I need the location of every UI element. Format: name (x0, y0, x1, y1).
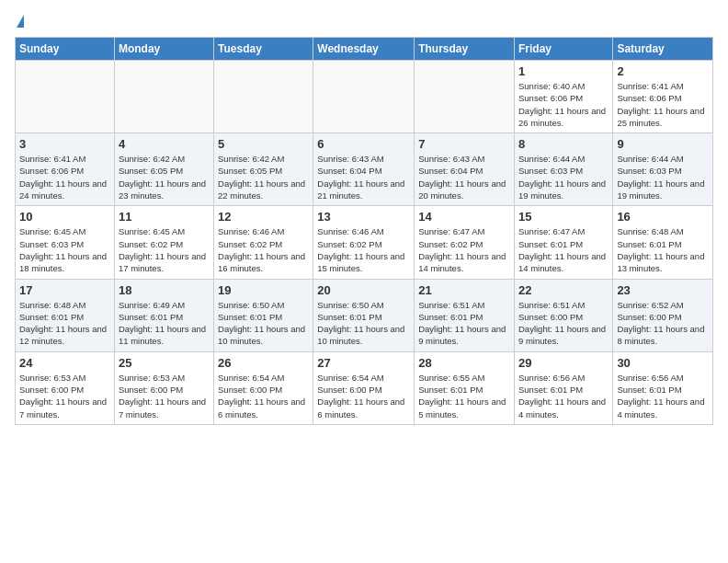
day-info: Sunrise: 6:43 AM Sunset: 6:04 PM Dayligh… (418, 153, 510, 201)
day-info: Sunrise: 6:47 AM Sunset: 6:02 PM Dayligh… (418, 225, 510, 274)
day-info: Sunrise: 6:46 AM Sunset: 6:02 PM Dayligh… (218, 225, 309, 274)
day-info: Sunrise: 6:40 AM Sunset: 6:06 PM Dayligh… (518, 80, 609, 129)
day-number: 1 (518, 64, 609, 78)
logo (15, 15, 24, 29)
day-number: 13 (317, 210, 410, 224)
calendar-cell: 30Sunrise: 6:56 AM Sunset: 6:01 PM Dayli… (613, 351, 713, 424)
day-number: 17 (19, 283, 110, 297)
calendar-cell: 9Sunrise: 6:44 AM Sunset: 6:03 PM Daylig… (613, 133, 713, 206)
calendar-cell: 14Sunrise: 6:47 AM Sunset: 6:02 PM Dayli… (415, 206, 515, 279)
calendar-header-sunday: Sunday (16, 38, 115, 61)
calendar-cell (313, 61, 415, 133)
calendar-cell: 4Sunrise: 6:42 AM Sunset: 6:05 PM Daylig… (114, 133, 213, 206)
day-info: Sunrise: 6:50 AM Sunset: 6:01 PM Dayligh… (218, 299, 309, 348)
day-info: Sunrise: 6:51 AM Sunset: 6:01 PM Dayligh… (418, 299, 510, 348)
day-number: 18 (119, 283, 210, 297)
day-info: Sunrise: 6:45 AM Sunset: 6:03 PM Dayligh… (19, 225, 110, 274)
calendar-cell: 27Sunrise: 6:54 AM Sunset: 6:00 PM Dayli… (313, 351, 415, 424)
calendar-header-thursday: Thursday (415, 38, 515, 61)
calendar-header-friday: Friday (514, 38, 612, 61)
day-info: Sunrise: 6:49 AM Sunset: 6:01 PM Dayligh… (119, 299, 210, 348)
day-number: 19 (218, 283, 309, 297)
calendar-header-wednesday: Wednesday (313, 38, 415, 61)
calendar-cell (114, 61, 213, 133)
day-info: Sunrise: 6:44 AM Sunset: 6:03 PM Dayligh… (518, 153, 609, 201)
calendar-cell: 19Sunrise: 6:50 AM Sunset: 6:01 PM Dayli… (214, 279, 313, 351)
day-info: Sunrise: 6:46 AM Sunset: 6:02 PM Dayligh… (317, 225, 410, 274)
day-info: Sunrise: 6:42 AM Sunset: 6:05 PM Dayligh… (218, 153, 309, 201)
day-info: Sunrise: 6:43 AM Sunset: 6:04 PM Dayligh… (317, 153, 410, 201)
day-number: 25 (119, 356, 210, 370)
calendar-cell (415, 61, 515, 133)
calendar-cell: 1Sunrise: 6:40 AM Sunset: 6:06 PM Daylig… (514, 61, 612, 133)
calendar-cell (214, 61, 313, 133)
day-info: Sunrise: 6:41 AM Sunset: 6:06 PM Dayligh… (617, 80, 709, 129)
calendar-cell: 10Sunrise: 6:45 AM Sunset: 6:03 PM Dayli… (16, 206, 115, 279)
calendar-week-2: 3Sunrise: 6:41 AM Sunset: 6:06 PM Daylig… (16, 133, 713, 206)
calendar-cell: 5Sunrise: 6:42 AM Sunset: 6:05 PM Daylig… (214, 133, 313, 206)
calendar-cell: 18Sunrise: 6:49 AM Sunset: 6:01 PM Dayli… (114, 279, 213, 351)
day-number: 8 (518, 137, 609, 151)
calendar-cell: 28Sunrise: 6:55 AM Sunset: 6:01 PM Dayli… (415, 351, 515, 424)
day-number: 12 (218, 210, 309, 224)
day-number: 22 (518, 283, 609, 297)
day-info: Sunrise: 6:42 AM Sunset: 6:05 PM Dayligh… (119, 153, 210, 201)
day-info: Sunrise: 6:51 AM Sunset: 6:00 PM Dayligh… (518, 299, 609, 348)
day-info: Sunrise: 6:52 AM Sunset: 6:00 PM Dayligh… (617, 299, 709, 348)
calendar-week-3: 10Sunrise: 6:45 AM Sunset: 6:03 PM Dayli… (16, 206, 713, 279)
calendar-cell: 3Sunrise: 6:41 AM Sunset: 6:06 PM Daylig… (16, 133, 115, 206)
day-info: Sunrise: 6:56 AM Sunset: 6:01 PM Dayligh… (617, 372, 709, 420)
day-number: 15 (518, 210, 609, 224)
day-info: Sunrise: 6:48 AM Sunset: 6:01 PM Dayligh… (19, 299, 110, 348)
day-info: Sunrise: 6:54 AM Sunset: 6:00 PM Dayligh… (317, 372, 410, 420)
day-number: 7 (418, 137, 510, 151)
day-number: 2 (617, 64, 709, 78)
day-info: Sunrise: 6:53 AM Sunset: 6:00 PM Dayligh… (119, 372, 210, 420)
calendar-cell: 12Sunrise: 6:46 AM Sunset: 6:02 PM Dayli… (214, 206, 313, 279)
calendar-cell: 13Sunrise: 6:46 AM Sunset: 6:02 PM Dayli… (313, 206, 415, 279)
day-number: 4 (119, 137, 210, 151)
calendar-cell: 20Sunrise: 6:50 AM Sunset: 6:01 PM Dayli… (313, 279, 415, 351)
day-number: 24 (19, 356, 110, 370)
day-number: 14 (418, 210, 510, 224)
calendar-cell: 25Sunrise: 6:53 AM Sunset: 6:00 PM Dayli… (114, 351, 213, 424)
day-info: Sunrise: 6:47 AM Sunset: 6:01 PM Dayligh… (518, 225, 609, 274)
calendar-header-row: SundayMondayTuesdayWednesdayThursdayFrid… (16, 38, 713, 61)
calendar-header-tuesday: Tuesday (214, 38, 313, 61)
calendar-cell: 23Sunrise: 6:52 AM Sunset: 6:00 PM Dayli… (613, 279, 713, 351)
day-number: 20 (317, 283, 410, 297)
day-number: 16 (617, 210, 709, 224)
calendar-cell: 21Sunrise: 6:51 AM Sunset: 6:01 PM Dayli… (415, 279, 515, 351)
day-info: Sunrise: 6:41 AM Sunset: 6:06 PM Dayligh… (19, 153, 110, 201)
calendar-cell: 7Sunrise: 6:43 AM Sunset: 6:04 PM Daylig… (415, 133, 515, 206)
calendar-cell: 6Sunrise: 6:43 AM Sunset: 6:04 PM Daylig… (313, 133, 415, 206)
day-number: 29 (518, 356, 609, 370)
day-number: 11 (119, 210, 210, 224)
calendar-header-saturday: Saturday (613, 38, 713, 61)
day-info: Sunrise: 6:54 AM Sunset: 6:00 PM Dayligh… (218, 372, 309, 420)
calendar-week-5: 24Sunrise: 6:53 AM Sunset: 6:00 PM Dayli… (16, 351, 713, 424)
day-info: Sunrise: 6:53 AM Sunset: 6:00 PM Dayligh… (19, 372, 110, 420)
calendar-cell: 26Sunrise: 6:54 AM Sunset: 6:00 PM Dayli… (214, 351, 313, 424)
calendar-cell: 11Sunrise: 6:45 AM Sunset: 6:02 PM Dayli… (114, 206, 213, 279)
day-number: 27 (317, 356, 410, 370)
day-number: 10 (19, 210, 110, 224)
day-info: Sunrise: 6:55 AM Sunset: 6:01 PM Dayligh… (418, 372, 510, 420)
calendar-week-1: 1Sunrise: 6:40 AM Sunset: 6:06 PM Daylig… (16, 61, 713, 133)
header (15, 15, 713, 29)
day-number: 3 (19, 137, 110, 151)
calendar-cell: 22Sunrise: 6:51 AM Sunset: 6:00 PM Dayli… (514, 279, 612, 351)
day-info: Sunrise: 6:45 AM Sunset: 6:02 PM Dayligh… (119, 225, 210, 274)
calendar-cell: 16Sunrise: 6:48 AM Sunset: 6:01 PM Dayli… (613, 206, 713, 279)
calendar-cell: 8Sunrise: 6:44 AM Sunset: 6:03 PM Daylig… (514, 133, 612, 206)
calendar-week-4: 17Sunrise: 6:48 AM Sunset: 6:01 PM Dayli… (16, 279, 713, 351)
day-number: 30 (617, 356, 709, 370)
calendar: SundayMondayTuesdayWednesdayThursdayFrid… (15, 37, 713, 425)
logo-triangle-icon (17, 15, 24, 28)
day-info: Sunrise: 6:48 AM Sunset: 6:01 PM Dayligh… (617, 225, 709, 274)
calendar-cell: 2Sunrise: 6:41 AM Sunset: 6:06 PM Daylig… (613, 61, 713, 133)
calendar-cell: 24Sunrise: 6:53 AM Sunset: 6:00 PM Dayli… (16, 351, 115, 424)
day-number: 28 (418, 356, 510, 370)
calendar-cell (16, 61, 115, 133)
calendar-cell: 17Sunrise: 6:48 AM Sunset: 6:01 PM Dayli… (16, 279, 115, 351)
